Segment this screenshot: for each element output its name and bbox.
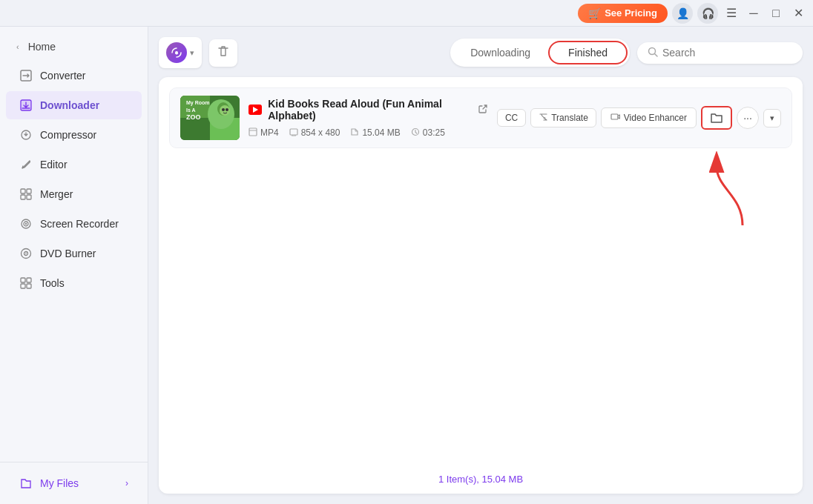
video-title-row: Kid Books Read Aloud (Fun Animal Alphabe… [248,98,488,122]
downloader-icon [19,99,33,112]
meta-duration: 03:25 [411,127,445,138]
youtube-icon [248,105,262,115]
sidebar-item-tools[interactable]: Tools [6,269,142,297]
svg-rect-6 [27,195,31,199]
meta-size: 15.04 MB [350,127,400,138]
converter-icon [19,69,33,82]
sidebar-bottom: My Files › [0,462,148,498]
search-box [637,42,803,64]
svg-text:ZOO: ZOO [186,113,201,121]
svg-rect-15 [21,284,25,288]
sidebar: ‹ Home Converter Downloader [0,27,148,504]
my-files-icon [19,477,33,490]
video-item: My Room Is A ZOO [169,87,792,148]
format-icon [248,127,257,138]
duration-icon [411,127,420,138]
maximize-button[interactable]: □ [767,4,785,22]
svg-rect-33 [611,114,618,119]
video-title: Kid Books Read Aloud (Fun Animal Alphabe… [268,98,472,122]
svg-text:Is A: Is A [186,107,196,113]
my-files-chevron-icon: › [125,478,128,488]
add-icon: + [166,42,187,63]
video-enhancer-icon [610,112,620,124]
tools-icon [19,276,33,290]
expand-button[interactable]: ▾ [763,109,781,127]
svg-rect-31 [290,129,297,135]
svg-point-27 [220,105,230,116]
merger-icon [19,188,33,201]
cart-icon: 🛒 [588,7,601,19]
svg-rect-16 [27,284,31,288]
cc-button[interactable]: CC [497,109,526,127]
svg-point-12 [25,253,27,254]
user-icon[interactable]: 👤 [672,3,693,24]
svg-text:My Room: My Room [186,100,210,106]
finished-tab-wrapper: Finished [548,41,628,64]
translate-button[interactable]: Translate [530,108,596,127]
translate-icon [539,112,548,124]
sidebar-item-converter[interactable]: Converter [6,62,142,90]
tab-group: Downloading Finished [450,39,630,67]
minimize-button[interactable]: ─ [745,4,763,22]
tab-downloading[interactable]: Downloading [452,41,548,64]
open-folder-button[interactable] [701,106,732,130]
meta-format: MP4 [248,127,279,138]
svg-rect-13 [21,278,25,282]
svg-rect-30 [249,128,257,136]
content-panel: My Room Is A ZOO [159,77,803,494]
add-dropdown-chevron-icon: ▾ [190,48,194,58]
sidebar-item-editor[interactable]: Editor [6,150,142,179]
video-info: Kid Books Read Aloud (Fun Animal Alphabe… [248,98,488,138]
thumbnail-image: My Room Is A ZOO [180,96,240,140]
search-input[interactable] [662,47,792,59]
svg-rect-5 [21,195,25,199]
see-pricing-button[interactable]: 🛒 See Pricing [578,4,668,23]
search-icon [648,47,658,59]
more-options-icon: ··· [743,112,752,124]
svg-rect-4 [27,189,31,193]
action-buttons: CC Translate [497,106,781,130]
chevron-left-icon: ‹ [16,42,19,51]
red-arrow-annotation [702,151,761,233]
menu-button[interactable]: ☰ [723,4,740,22]
svg-text:+: + [175,50,179,57]
compressor-icon [19,128,33,142]
delete-button[interactable] [209,39,237,67]
dvd-burner-icon [19,247,33,260]
sidebar-item-merger[interactable]: Merger [6,180,142,208]
editor-icon [19,158,33,171]
video-meta-row: MP4 854 x 480 [248,127,488,138]
expand-icon: ▾ [770,113,774,122]
app-body: ‹ Home Converter Downloader [0,27,813,504]
external-link-icon[interactable] [478,104,488,116]
video-thumbnail: My Room Is A ZOO [180,96,240,140]
more-options-button[interactable]: ··· [737,107,759,129]
add-download-button[interactable]: + ▾ [159,37,202,68]
main-content: + ▾ Downloading Finished [148,27,813,504]
meta-resolution: 854 x 480 [289,127,340,138]
resolution-icon [289,127,298,138]
size-icon [350,127,359,138]
top-bar: + ▾ Downloading Finished [159,37,803,68]
close-button[interactable]: ✕ [789,4,807,22]
sidebar-item-home[interactable]: ‹ Home [6,33,142,60]
sidebar-item-compressor[interactable]: Compressor [6,121,142,149]
titlebar: 🛒 See Pricing 👤 🎧 ☰ ─ □ ✕ [0,0,813,27]
sidebar-item-dvd-burner[interactable]: DVD Burner [6,239,142,268]
sidebar-item-screen-recorder[interactable]: Screen Recorder [6,210,142,238]
svg-rect-14 [27,278,31,282]
tab-finished[interactable]: Finished [550,43,625,62]
sidebar-item-downloader[interactable]: Downloader [6,91,142,119]
svg-point-29 [226,108,228,111]
video-enhancer-button[interactable]: Video Enhancer [601,107,697,128]
svg-point-9 [25,223,27,225]
svg-point-28 [222,108,225,111]
svg-rect-3 [21,189,25,193]
headset-icon[interactable]: 🎧 [697,3,718,24]
status-bar: 1 Item(s), 15.04 MB [159,469,803,486]
sidebar-item-my-files[interactable]: My Files › [6,469,142,497]
screen-recorder-icon [19,217,33,231]
